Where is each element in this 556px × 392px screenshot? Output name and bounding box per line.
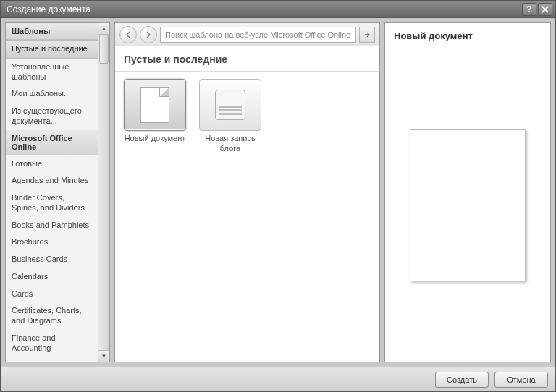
search-placeholder: Поиск шаблона на веб-узле Microsoft Offi…: [165, 30, 350, 39]
sidebar: Шаблоны Пустые и последние Установленные…: [5, 22, 110, 362]
window-title: Создание документа: [7, 4, 90, 14]
arrow-left-icon: [125, 31, 132, 38]
arrow-right-icon: [363, 31, 371, 38]
sidebar-item[interactable]: Calendars: [6, 268, 98, 286]
search-go-button[interactable]: [359, 27, 375, 43]
scroll-down-icon[interactable]: ▼: [98, 350, 109, 362]
sidebar-item[interactable]: Agendas and Minutes: [6, 172, 98, 189]
close-button[interactable]: [538, 3, 552, 16]
tile-label: Новый документ: [122, 134, 188, 144]
document-icon: [140, 87, 169, 123]
create-button[interactable]: Создать: [435, 372, 489, 388]
tile-new-blog-post[interactable]: Новая запись блога: [198, 79, 263, 154]
preview-title: Новый документ: [385, 23, 550, 48]
close-icon: [542, 6, 549, 13]
titlebar: Создание документа ?: [1, 1, 555, 18]
sidebar-header-office-online: Microsoft Office Online: [6, 130, 98, 155]
scroll-up-icon[interactable]: ▲: [98, 23, 109, 35]
sidebar-item[interactable]: Brochures: [6, 234, 98, 251]
sidebar-item[interactable]: Flyers: [6, 357, 98, 362]
nav-forward-button[interactable]: [140, 26, 157, 43]
sidebar-header-templates: Шаблоны: [6, 23, 98, 40]
sidebar-item-blank-recent[interactable]: Пустые и последние: [6, 40, 98, 59]
nav-back-button[interactable]: [119, 26, 137, 43]
arrow-right-icon: [145, 31, 152, 38]
sidebar-item[interactable]: Finance and Accounting: [6, 330, 98, 357]
sidebar-item[interactable]: Готовые: [6, 155, 98, 173]
sidebar-item-my-templates[interactable]: Мои шаблоны...: [6, 85, 98, 103]
search-input[interactable]: Поиск шаблона на веб-узле Microsoft Offi…: [160, 27, 356, 43]
dialog-body: Шаблоны Пустые и последние Установленные…: [1, 18, 555, 367]
help-button[interactable]: ?: [522, 3, 536, 16]
sidebar-item[interactable]: Binder Covers, Spines, and Dividers: [6, 189, 98, 217]
scroll-thumb[interactable]: [99, 35, 109, 64]
sidebar-item[interactable]: Certificates, Charts, and Diagrams: [6, 302, 98, 330]
page-preview: [410, 129, 526, 281]
cancel-button[interactable]: Отмена: [494, 372, 548, 388]
dialog-footer: Создать Отмена: [1, 367, 555, 391]
tile-label: Новая запись блога: [198, 134, 263, 154]
dialog-window: Создание документа ? Шаблоны Пустые и по…: [0, 0, 556, 392]
sidebar-item-from-existing[interactable]: Из существующего документа...: [6, 103, 98, 130]
blog-icon: [215, 90, 245, 120]
sidebar-item[interactable]: Cards: [6, 286, 98, 303]
preview-pane: Новый документ: [384, 22, 551, 362]
sidebar-item-installed[interactable]: Установленные шаблоны: [6, 59, 98, 86]
sidebar-item[interactable]: Business Cards: [6, 251, 98, 268]
tile-new-document[interactable]: Новый документ: [122, 79, 188, 144]
sidebar-scrollbar[interactable]: ▲ ▼: [98, 23, 109, 362]
toolbar: Поиск шаблона на веб-узле Microsoft Offi…: [115, 23, 379, 46]
sidebar-item[interactable]: Books and Pamphlets: [6, 217, 98, 234]
section-title: Пустые и последние: [115, 46, 379, 72]
template-tiles: Новый документ Новая запись блога: [115, 72, 379, 161]
center-pane: Поиск шаблона на веб-узле Microsoft Offi…: [114, 22, 380, 362]
